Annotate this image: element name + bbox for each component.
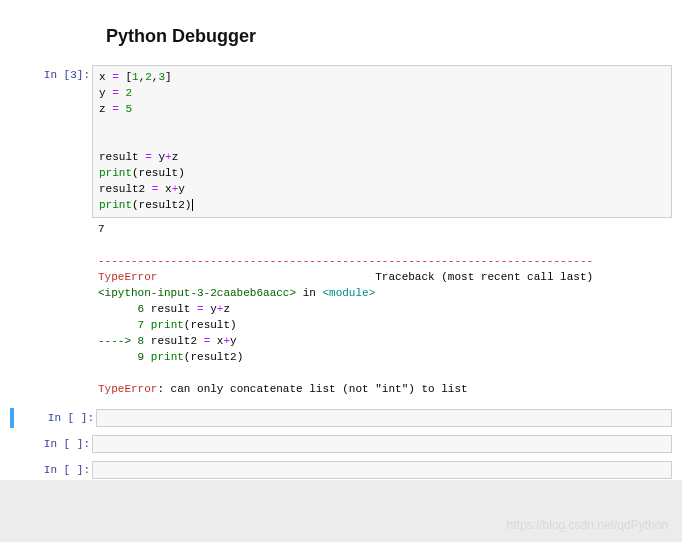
error-type: TypeError — [98, 271, 157, 283]
empty-cell-2[interactable]: In [ ]: — [10, 434, 672, 454]
code-input[interactable] — [96, 409, 672, 427]
watermark-text: https://blog.csdn.net/qdPython — [507, 518, 668, 532]
empty-cell-1[interactable]: In [ ]: — [10, 408, 672, 428]
code-input[interactable] — [92, 461, 672, 479]
error-message: TypeError — [98, 383, 157, 395]
input-prompt: In [ ]: — [10, 434, 90, 450]
stdout: 7 — [98, 223, 105, 235]
code-input[interactable] — [92, 435, 672, 453]
error-separator: ----------------------------------------… — [98, 255, 593, 267]
input-prompt: In [ ]: — [10, 460, 90, 476]
input-prompt: In [ ]: — [14, 408, 94, 424]
notebook-container: Python Debugger In [3]: x = [1,2,3] y = … — [0, 0, 682, 506]
text-cursor — [192, 199, 193, 211]
code-input[interactable]: x = [1,2,3] y = 2 z = 5 result = y+z pri… — [92, 65, 672, 218]
input-prompt: In [3]: — [10, 65, 90, 81]
error-source: <ipython-input-3-2caabeb6aacc> — [98, 287, 296, 299]
cell-output: 7 --------------------------------------… — [92, 218, 672, 401]
markdown-heading: Python Debugger — [106, 26, 672, 47]
code-cell-3[interactable]: In [3]: x = [1,2,3] y = 2 z = 5 result =… — [10, 65, 672, 402]
empty-cell-3[interactable]: In [ ]: — [10, 460, 672, 480]
page-footer: https://blog.csdn.net/qdPython — [0, 480, 682, 542]
